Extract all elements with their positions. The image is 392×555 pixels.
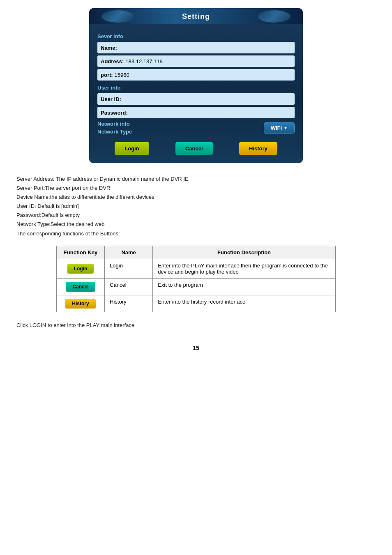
wifi-arrow-icon: ▼ (284, 126, 288, 130)
wifi-label: WIFI (271, 125, 282, 131)
history-button[interactable]: History (239, 142, 277, 155)
table-cell-cancel-btn: Cancel (57, 278, 105, 295)
setting-panel: Setting Sever info Name: Address: 183.12… (89, 8, 303, 163)
desc-line-2: Server Port:The server port on the DVR (16, 184, 376, 193)
panel-body: Sever info Name: Address: 183.12.137.119… (89, 24, 303, 155)
table-row: Login Login Enter into the PLAY main int… (57, 259, 336, 278)
address-field-row: Address: 183.12.137.119 (97, 55, 295, 67)
table-cell-history-name: History (105, 295, 153, 312)
name-label: Name: (101, 45, 117, 51)
port-value: 15960 (115, 72, 129, 78)
desc-line-3: Device Name:the alias to differentiate t… (16, 193, 376, 202)
desc-line-1: Server Address: The IP address or Dynami… (16, 175, 376, 184)
sever-info-label: Sever info (97, 33, 295, 39)
table-row: Cancel Cancel Exit to the program (57, 278, 336, 295)
table-row: History History Enter into the history r… (57, 295, 336, 312)
table-login-button[interactable]: Login (67, 264, 94, 274)
network-info-section: Network info Network Type (97, 121, 132, 135)
table-cell-cancel-name: Cancel (105, 278, 153, 295)
table-cell-login-desc: Enter into the PLAY main interface,then … (153, 259, 336, 278)
login-button[interactable]: Login (115, 142, 149, 155)
click-note: Click LOGIN to enter into the PLAY main … (16, 322, 376, 328)
address-value: 183.12.137.119 (125, 58, 162, 64)
description-block: Server Address: The IP address or Dynami… (16, 175, 376, 238)
user-id-label: User ID: (101, 96, 121, 102)
user-id-field-row[interactable]: User ID: (97, 93, 295, 105)
page-number: 15 (16, 345, 376, 351)
table-cell-login-btn: Login (57, 259, 105, 278)
password-label: Password: (101, 110, 128, 116)
table-cell-cancel-desc: Exit to the program (153, 278, 336, 295)
table-cell-login-name: Login (105, 259, 153, 278)
setting-title-bar: Setting (89, 8, 303, 24)
cancel-button[interactable]: Cancel (175, 142, 213, 155)
address-label: Address: (101, 58, 124, 64)
col-function-key: Function Key (57, 246, 105, 259)
port-label: port: (101, 72, 113, 78)
table-header-row: Function Key Name Function Description (57, 246, 336, 259)
col-description: Function Description (153, 246, 336, 259)
setting-panel-wrapper: Setting Sever info Name: Address: 183.12… (16, 8, 376, 163)
setting-title: Setting (182, 12, 210, 21)
table-history-button[interactable]: History (65, 299, 95, 309)
col-name: Name (105, 246, 153, 259)
table-cell-history-desc: Enter into the history record interface (153, 295, 336, 312)
network-type-label: Network Type (97, 129, 132, 135)
table-cell-history-btn: History (57, 295, 105, 312)
table-cancel-button[interactable]: Cancel (66, 282, 95, 292)
desc-line-6: Network Type:Select the desired web (16, 220, 376, 229)
wifi-select-button[interactable]: WIFI ▼ (264, 122, 295, 134)
network-row: Network info Network Type WIFI ▼ (97, 121, 295, 135)
password-field-row[interactable]: Password: (97, 107, 295, 118)
desc-line-5: Password:Default is empty (16, 211, 376, 220)
name-field-row[interactable]: Name: (97, 42, 295, 53)
user-info-label: User info (97, 85, 295, 91)
desc-line-4: User ID: Default is [admin] (16, 202, 376, 211)
network-info-label: Network info (97, 121, 132, 127)
panel-buttons-row: Login Cancel History (97, 142, 295, 155)
desc-line-7: The corresponding functions of the Butto… (16, 229, 376, 238)
function-table: Function Key Name Function Description L… (56, 246, 336, 312)
port-field-row: port: 15960 (97, 69, 295, 81)
